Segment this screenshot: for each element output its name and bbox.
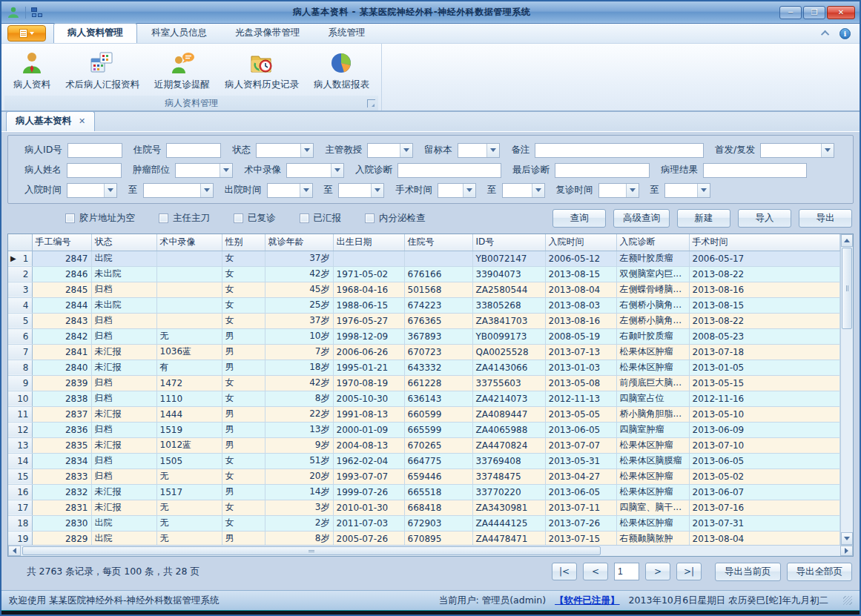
next-page-button[interactable]: >	[645, 563, 670, 580]
table-cell[interactable]: 659446	[404, 468, 472, 484]
table-cell[interactable]: 左额叶胶质瘤	[616, 251, 689, 266]
table-cell[interactable]: 2013-05-15	[689, 375, 840, 391]
patient-report-button[interactable]: 病人数据报表	[308, 47, 375, 93]
table-cell[interactable]: 2013-07-18	[689, 344, 840, 360]
filter-input[interactable]	[67, 143, 122, 158]
filter-input[interactable]	[397, 163, 501, 178]
filter-checkbox[interactable]: 已复诊	[234, 212, 276, 225]
table-cell[interactable]: 2844	[32, 297, 91, 313]
table-cell[interactable]: 2837	[32, 406, 91, 422]
table-cell[interactable]: 1012蓝	[156, 437, 222, 453]
table-cell[interactable]	[333, 251, 404, 266]
chevron-down-icon[interactable]	[486, 144, 499, 157]
table-row[interactable]: 72841未汇报1036蓝男7岁2006-06-26670723QA002552…	[8, 344, 840, 360]
table-cell[interactable]: 男	[222, 437, 265, 453]
revisit-reminder-button[interactable]: 近期复诊提醒	[148, 47, 216, 93]
table-cell[interactable]: 2013-07-15	[545, 531, 616, 545]
table-row[interactable]: 172831未汇报无女3岁2010-01-30668418ZA343098120…	[8, 500, 840, 515]
table-cell[interactable]: 8岁	[265, 391, 333, 406]
table-cell[interactable]: 归档	[91, 328, 156, 344]
vertical-scroll-thumb[interactable]	[842, 248, 852, 329]
scroll-right-icon[interactable]	[840, 546, 853, 556]
table-cell[interactable]: 未汇报	[91, 500, 156, 515]
table-cell[interactable]: 女	[222, 453, 265, 468]
table-row[interactable]: 82840未汇报有男18岁1995-01-21643332ZA414306620…	[8, 360, 840, 375]
table-cell[interactable]: 左侧桥小脑角...	[616, 313, 689, 328]
table-row[interactable]: 112837未汇报1444男22岁1991-08-13660599ZA40894…	[8, 406, 840, 422]
column-header[interactable]: 出生日期	[333, 234, 404, 251]
table-cell[interactable]: 双侧脑室内巨...	[616, 266, 689, 282]
table-cell[interactable]: 665599	[404, 422, 472, 437]
last-page-button[interactable]: >|	[676, 563, 702, 580]
table-cell[interactable]: 无	[156, 468, 222, 484]
filter-input[interactable]	[535, 143, 704, 158]
table-cell[interactable]: 2013-07-13	[545, 344, 616, 360]
tab-close-icon[interactable]: ✕	[79, 116, 85, 126]
table-cell[interactable]: 2830	[32, 515, 91, 531]
table-cell[interactable]: 男	[222, 531, 265, 545]
filter-input[interactable]	[555, 163, 650, 178]
chevron-down-icon[interactable]	[331, 164, 343, 177]
table-cell[interactable]: 男	[222, 344, 265, 360]
table-cell[interactable]: 8岁	[265, 531, 333, 545]
table-row[interactable]: 152833归档无女20岁1993-07-0765944633748475201…	[8, 468, 840, 484]
row-number-cell[interactable]: 15	[8, 468, 32, 484]
table-cell[interactable]: 2013-08-04	[545, 282, 616, 297]
row-number-cell[interactable]: 11	[8, 406, 32, 422]
page-number-input[interactable]	[614, 563, 639, 580]
doc-tab-patient-basic-data[interactable]: 病人基本资料 ✕	[6, 111, 95, 131]
table-cell[interactable]: 2004-08-13	[333, 437, 404, 453]
filter-combo[interactable]	[458, 143, 501, 158]
table-cell[interactable]: 33805268	[472, 297, 545, 313]
table-cell[interactable]: 2013-08-03	[545, 297, 616, 313]
table-cell[interactable]: 未汇报	[91, 437, 156, 453]
table-cell[interactable]: 10岁	[265, 328, 333, 344]
table-cell[interactable]: 2841	[32, 344, 91, 360]
table-cell[interactable]: ZA4478471	[472, 531, 545, 545]
column-header[interactable]: ID号	[472, 234, 545, 251]
table-cell[interactable]: 松果体区肿瘤	[616, 344, 689, 360]
row-number-cell[interactable]: 19	[8, 531, 32, 545]
column-header[interactable]: 性别	[222, 234, 265, 251]
table-cell[interactable]: 2013-08-16	[545, 313, 616, 328]
filter-combo[interactable]	[267, 183, 313, 198]
table-cell[interactable]: 松果体区肿瘤	[616, 515, 689, 531]
table-cell[interactable]: 14岁	[265, 484, 333, 500]
table-cell[interactable]: 2005-10-30	[333, 391, 404, 406]
table-cell[interactable]: YB0099173	[472, 328, 545, 344]
chevron-down-icon[interactable]	[200, 184, 213, 197]
table-cell[interactable]: 674223	[404, 297, 472, 313]
chevron-down-icon[interactable]	[626, 184, 639, 197]
horizontal-scroll-thumb[interactable]	[22, 546, 601, 555]
table-cell[interactable]: 松果体区肿瘤	[616, 468, 689, 484]
column-header[interactable]: 入院时间	[545, 234, 616, 251]
table-cell[interactable]: 2013-08-15	[689, 297, 840, 313]
table-cell[interactable]: 出院	[91, 531, 156, 545]
filter-checkbox[interactable]: 胶片地址为空	[65, 212, 135, 225]
table-row[interactable]: 92839归档1472女42岁1970-08-19661228337556032…	[8, 375, 840, 391]
chevron-down-icon[interactable]	[532, 184, 544, 197]
table-row[interactable]: 22846未出院女42岁1971-05-02676166339040732013…	[8, 266, 840, 282]
info-icon[interactable]: i	[839, 28, 851, 39]
table-cell[interactable]: 2010-01-30	[333, 500, 404, 515]
table-cell[interactable]: 37岁	[265, 251, 333, 266]
table-cell[interactable]: 670265	[404, 437, 472, 453]
table-cell[interactable]: 2013-08-22	[689, 313, 840, 328]
app-menu-button[interactable]	[7, 25, 46, 42]
row-number-cell[interactable]: 8	[8, 360, 32, 375]
table-cell[interactable]: 665518	[404, 484, 472, 500]
import-button[interactable]: 导入	[738, 209, 791, 228]
table-row[interactable]: 32845归档女45岁1968-04-16501568ZA25805442013…	[8, 282, 840, 297]
filter-checkbox[interactable]: 已汇报	[300, 212, 342, 225]
table-cell[interactable]: 归档	[91, 468, 156, 484]
table-cell[interactable]: 未出院	[91, 266, 156, 282]
table-cell[interactable]: 22岁	[265, 406, 333, 422]
table-cell[interactable]: 664775	[404, 453, 472, 468]
filter-combo[interactable]	[175, 163, 233, 178]
patient-data-button[interactable]: 病人资料	[7, 47, 56, 93]
table-cell[interactable]: 1976-05-27	[333, 313, 404, 328]
filter-combo[interactable]	[256, 143, 314, 158]
column-header[interactable]: 手工编号	[32, 234, 91, 251]
new-button[interactable]: 新建	[677, 209, 730, 228]
filter-combo[interactable]	[67, 183, 117, 198]
